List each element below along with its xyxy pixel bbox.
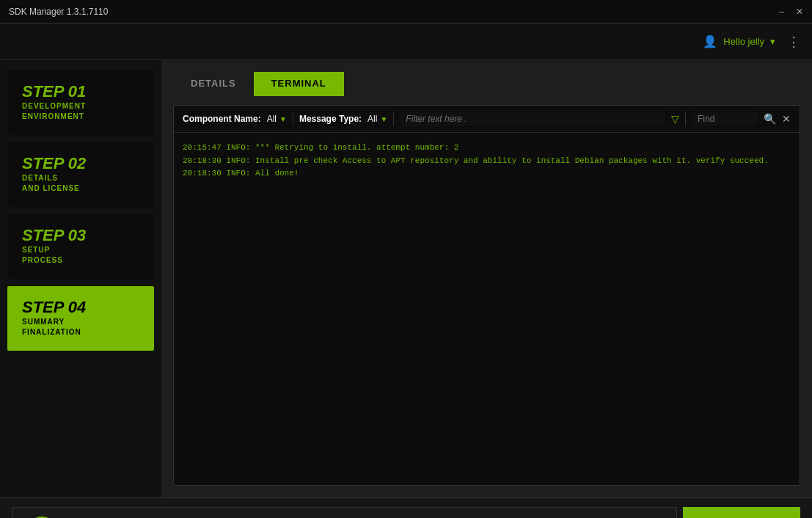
message-chevron-icon: ▼ [380,115,387,123]
step02-number: STEP 02 [22,156,139,172]
close-filter-icon[interactable]: ✕ [782,113,791,125]
success-panel: ✓ INSTALLATION COMPLETED SUCCESSFULLY. E… [12,507,677,519]
finish-exit-button[interactable]: FINISH AND EXIT ✕ [683,507,800,519]
separator1 [293,112,293,126]
close-button[interactable]: ✕ [796,7,803,17]
message-type-label: Message Type: [299,114,362,124]
titlebar-controls: – ✕ [779,7,803,17]
chevron-down-icon: ▾ [770,36,775,47]
more-menu-icon[interactable]: ⋮ [787,34,800,50]
sidebar-item-step03[interactable]: STEP 03 SETUPPROCESS [7,214,154,279]
content-area: DETAILS TERMINAL Component Name: All ▼ M… [161,60,812,497]
filter-bar: Component Name: All ▼ Message Type: All … [174,106,800,133]
step03-number: STEP 03 [22,227,139,244]
step04-number: STEP 04 [22,299,139,315]
filter-funnel-icon: ▽ [671,113,679,125]
user-icon: 👤 [703,34,717,48]
terminal-panel: Component Name: All ▼ Message Type: All … [173,105,800,486]
search-icon[interactable]: 🔍 [764,113,776,125]
titlebar: SDK Manager 1.3.1.7110 – ✕ [0,0,812,23]
step04-label: SUMMARYFINALIZATION [22,317,139,338]
terminal-line-1: 20:15:47 INFO: *** Retrying to install. … [183,142,791,155]
sidebar-item-step04[interactable]: STEP 04 SUMMARYFINALIZATION [7,286,154,351]
separator3 [685,112,686,126]
tab-details[interactable]: DETAILS [173,72,254,96]
minimize-button[interactable]: – [779,7,784,17]
tab-bar: DETAILS TERMINAL [173,72,800,96]
bottom-bar: ✓ INSTALLATION COMPLETED SUCCESSFULLY. E… [0,497,812,518]
step02-label: DETAILSAND LICENSE [22,173,139,194]
message-value: All [367,114,377,124]
filter-text-input[interactable] [400,112,665,126]
sidebar-item-step01[interactable]: STEP 01 DEVELOPMENTENVIRONMENT [7,70,154,135]
component-name-dropdown[interactable]: All ▼ [267,114,287,124]
step01-number: STEP 01 [22,84,139,100]
user-label: Hello jelly [723,36,764,47]
step03-label: SETUPPROCESS [22,245,139,266]
message-type-dropdown[interactable]: All ▼ [367,114,387,124]
component-value: All [267,114,277,124]
component-name-label: Component Name: [183,114,261,124]
topbar: 👤 Hello jelly ▾ ⋮ [0,23,812,60]
sidebar-item-step02[interactable]: STEP 02 DETAILSAND LICENSE [7,142,154,207]
terminal-output: 20:15:47 INFO: *** Retrying to install. … [174,133,800,485]
terminal-line-3: 20:18:30 INFO: All done! [183,167,791,180]
sidebar: STEP 01 DEVELOPMENTENVIRONMENT STEP 02 D… [0,60,161,497]
main-layout: STEP 01 DEVELOPMENTENVIRONMENT STEP 02 D… [0,60,812,497]
user-menu[interactable]: 👤 Hello jelly ▾ [703,34,775,48]
find-input[interactable] [692,112,758,126]
titlebar-title: SDK Manager 1.3.1.7110 [9,7,108,17]
bottom-section: ✓ INSTALLATION COMPLETED SUCCESSFULLY. E… [0,497,812,518]
component-chevron-icon: ▼ [279,115,287,123]
terminal-line-2: 20:18:30 INFO: Install pre check Access … [183,155,791,168]
separator2 [393,112,394,126]
tab-terminal[interactable]: TERMINAL [254,72,344,96]
step01-label: DEVELOPMENTENVIRONMENT [22,101,139,122]
